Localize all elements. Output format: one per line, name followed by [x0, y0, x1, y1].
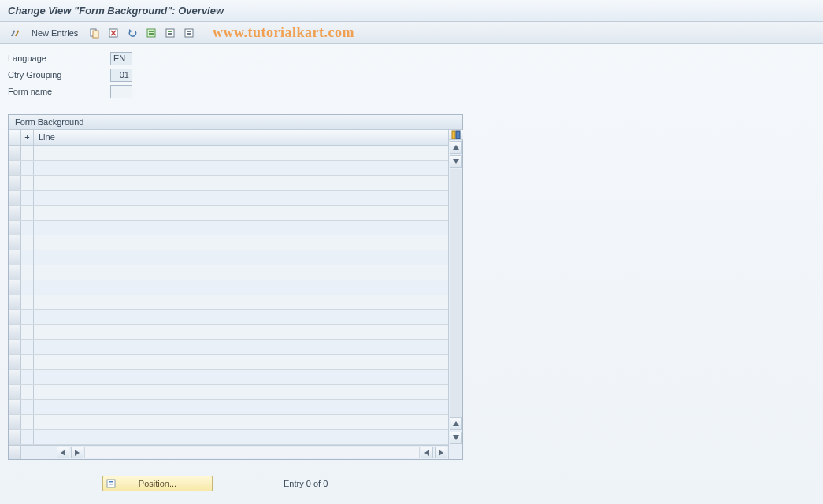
row-line-cell[interactable] [34, 310, 448, 324]
row-selector[interactable] [9, 355, 21, 369]
table-row[interactable] [9, 206, 448, 220]
row-plus-cell[interactable] [21, 430, 34, 444]
row-line-cell[interactable] [34, 250, 448, 265]
header-plus[interactable]: + [21, 130, 34, 145]
row-selector[interactable] [9, 370, 21, 384]
table-row[interactable] [9, 146, 448, 161]
row-plus-cell[interactable] [21, 146, 34, 160]
row-plus-cell[interactable] [21, 370, 34, 384]
row-plus-cell[interactable] [21, 280, 34, 295]
row-plus-cell[interactable] [21, 340, 34, 354]
header-line[interactable]: Line [34, 130, 448, 145]
row-line-cell[interactable] [34, 280, 448, 295]
row-line-cell[interactable] [34, 191, 448, 205]
row-line-cell[interactable] [34, 355, 448, 369]
table-row[interactable] [9, 265, 448, 280]
hscroll-last-icon[interactable] [435, 447, 447, 458]
position-button[interactable]: Position... [102, 476, 213, 491]
table-row[interactable] [9, 250, 448, 265]
row-selector[interactable] [9, 206, 21, 220]
row-selector[interactable] [9, 325, 21, 339]
table-row[interactable] [9, 176, 448, 191]
row-selector[interactable] [9, 191, 21, 205]
row-line-cell[interactable] [34, 430, 448, 444]
vscroll-up-icon[interactable] [450, 141, 462, 154]
row-plus-cell[interactable] [21, 400, 34, 414]
row-selector[interactable] [9, 176, 21, 190]
table-row[interactable] [9, 220, 448, 235]
select-all-icon[interactable] [144, 26, 158, 40]
row-line-cell[interactable] [34, 325, 448, 339]
table-row[interactable] [9, 235, 448, 250]
table-row[interactable] [9, 385, 448, 400]
row-plus-cell[interactable] [21, 191, 34, 205]
row-plus-cell[interactable] [21, 235, 34, 250]
row-selector[interactable] [9, 250, 21, 265]
delete-icon[interactable] [106, 26, 120, 40]
row-line-cell[interactable] [34, 295, 448, 309]
deselect-all-icon[interactable] [182, 26, 196, 40]
row-line-cell[interactable] [34, 146, 448, 160]
table-row[interactable] [9, 340, 448, 355]
row-line-cell[interactable] [34, 385, 448, 399]
row-selector[interactable] [9, 340, 21, 354]
row-line-cell[interactable] [34, 400, 448, 414]
row-plus-cell[interactable] [21, 415, 34, 429]
vscroll-track[interactable] [450, 169, 462, 417]
row-line-cell[interactable] [34, 370, 448, 384]
row-line-cell[interactable] [34, 206, 448, 220]
toggle-icon[interactable] [8, 26, 22, 40]
copy-as-icon[interactable] [87, 26, 102, 40]
header-row-selector[interactable] [9, 130, 21, 145]
row-line-cell[interactable] [34, 415, 448, 429]
row-selector[interactable] [9, 146, 21, 160]
row-line-cell[interactable] [34, 220, 448, 235]
row-line-cell[interactable] [34, 235, 448, 250]
row-plus-cell[interactable] [21, 265, 34, 280]
vscroll-down2-icon[interactable] [450, 432, 462, 444]
row-selector[interactable] [9, 385, 21, 399]
row-selector[interactable] [9, 415, 21, 429]
new-entries-button[interactable]: New Entries [27, 27, 83, 39]
row-selector[interactable] [9, 310, 21, 324]
table-row[interactable] [9, 355, 448, 370]
hscroll-track[interactable] [84, 447, 420, 458]
row-plus-cell[interactable] [21, 385, 34, 399]
row-selector[interactable] [9, 235, 21, 250]
row-plus-cell[interactable] [21, 355, 34, 369]
row-selector[interactable] [9, 161, 21, 175]
hscroll-right-icon[interactable] [421, 447, 433, 458]
table-row[interactable] [9, 310, 448, 325]
row-line-cell[interactable] [34, 265, 448, 280]
row-plus-cell[interactable] [21, 250, 34, 265]
row-selector[interactable] [9, 400, 21, 414]
row-plus-cell[interactable] [21, 220, 34, 235]
language-field[interactable] [110, 52, 132, 65]
row-plus-cell[interactable] [21, 161, 34, 175]
table-row[interactable] [9, 415, 448, 430]
hscroll-left-icon[interactable] [71, 447, 83, 458]
undo-icon[interactable] [125, 26, 139, 40]
select-block-icon[interactable] [163, 26, 177, 40]
row-selector[interactable] [9, 280, 21, 295]
row-line-cell[interactable] [34, 161, 448, 175]
row-selector[interactable] [9, 265, 21, 280]
row-line-cell[interactable] [34, 340, 448, 354]
row-plus-cell[interactable] [21, 295, 34, 309]
table-row[interactable] [9, 430, 448, 445]
table-row[interactable] [9, 191, 448, 206]
row-plus-cell[interactable] [21, 325, 34, 339]
form-name-field[interactable] [110, 85, 132, 98]
ctry-grouping-field[interactable] [110, 69, 132, 82]
table-row[interactable] [9, 161, 448, 176]
table-row[interactable] [9, 370, 448, 385]
table-row[interactable] [9, 325, 448, 340]
hscroll-first-icon[interactable] [57, 447, 69, 458]
vscroll-up2-icon[interactable] [450, 417, 462, 430]
row-selector[interactable] [9, 220, 21, 235]
row-plus-cell[interactable] [21, 176, 34, 190]
row-line-cell[interactable] [34, 176, 448, 190]
row-selector[interactable] [9, 295, 21, 309]
table-row[interactable] [9, 400, 448, 415]
table-row[interactable] [9, 280, 448, 295]
